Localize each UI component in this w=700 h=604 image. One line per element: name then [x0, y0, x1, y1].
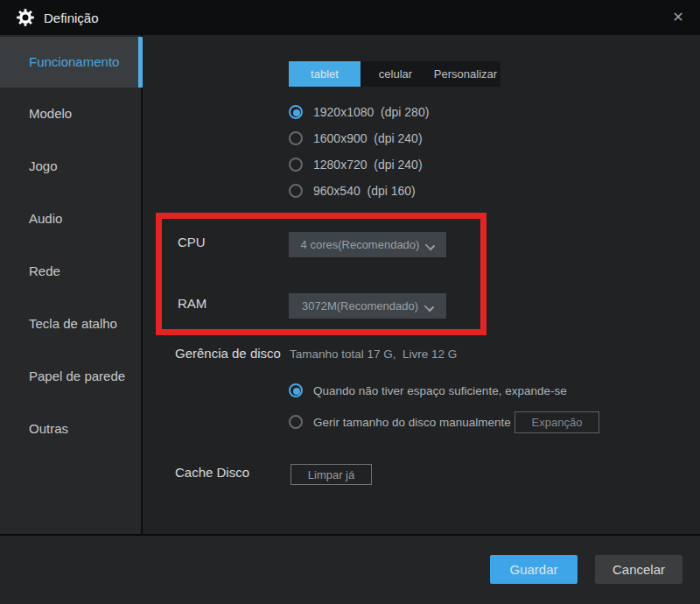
disk-management-label: Gerência de disco: [175, 346, 281, 361]
radio-selected-icon: [289, 383, 303, 397]
ram-label: RAM: [178, 296, 206, 311]
cpu-label: CPU: [178, 235, 206, 249]
cpu-dropdown[interactable]: 4 cores(Recomendado): [289, 232, 446, 257]
sidebar-item-label: Modelo: [29, 106, 72, 121]
resolution-option-1920x1080[interactable]: 1920x1080 (dpi 280): [289, 99, 429, 125]
sidebar-item-label: Audio: [29, 211, 62, 226]
resolution-option-1280x720[interactable]: 1280x720 (dpi 240): [289, 151, 423, 178]
sidebar-item-label: Outras: [29, 421, 68, 436]
gear-icon: [16, 8, 35, 27]
sidebar-item-funcionamento[interactable]: Funcionamento: [0, 37, 141, 88]
settings-window: Definição ✕ Funcionamento Modelo Jogo Au…: [0, 0, 700, 604]
resolution-label: 1920x1080 (dpi 280): [313, 105, 429, 119]
clear-cache-button[interactable]: Limpar já: [290, 464, 372, 485]
ram-dropdown[interactable]: 3072M(Recomendado): [289, 293, 446, 319]
cancel-button[interactable]: Cancelar: [595, 555, 682, 584]
footer-bar: Guardar Cancelar: [0, 534, 700, 604]
device-tab-bar: tablet celular Personalizar: [289, 61, 500, 87]
resolution-option-960x540[interactable]: 960x540 (dpi 160): [289, 178, 416, 204]
main-panel: tablet celular Personalizar 1920x1080 (d…: [143, 35, 700, 534]
sidebar-item-jogo[interactable]: Jogo: [0, 140, 141, 193]
radio-selected-icon: [289, 105, 303, 119]
close-icon[interactable]: ✕: [667, 7, 690, 28]
resolution-label: 1280x720 (dpi 240): [313, 158, 423, 172]
sidebar-item-outras[interactable]: Outras: [0, 403, 141, 455]
sidebar-item-label: Rede: [29, 263, 60, 278]
disk-option-auto-expand[interactable]: Quando não tiver espaço suficiente, expa…: [289, 377, 567, 404]
disk-cache-label: Cache Disco: [175, 465, 249, 480]
tab-celular[interactable]: celular: [360, 61, 430, 87]
tab-personalizar[interactable]: Personalizar: [430, 61, 500, 87]
chevron-down-icon: [426, 241, 434, 249]
chevron-down-icon: [425, 302, 433, 310]
sidebar-item-modelo[interactable]: Modelo: [0, 88, 141, 140]
resolution-option-1600x900[interactable]: 1600x900 (dpi 240): [289, 125, 423, 151]
disk-option-manual[interactable]: Gerir tamanho do disco manualmente: [289, 409, 511, 435]
cpu-dropdown-value: 4 cores(Recomendado): [301, 238, 420, 251]
sidebar-item-rede[interactable]: Rede: [0, 245, 141, 298]
sidebar-item-audio[interactable]: Audio: [0, 193, 141, 245]
resolution-label: 960x540 (dpi 160): [313, 184, 416, 198]
ram-dropdown-value: 3072M(Recomendado): [302, 299, 418, 313]
radio-icon: [289, 131, 303, 145]
disk-option-label: Quando não tiver espaço suficiente, expa…: [313, 384, 567, 397]
radio-icon: [289, 415, 303, 429]
expand-button[interactable]: Expanção: [514, 411, 599, 433]
sidebar-item-label: Tecla de atalho: [29, 316, 117, 331]
radio-icon: [289, 158, 303, 172]
sidebar-item-tecla-de-atalho[interactable]: Tecla de atalho: [0, 298, 141, 350]
sidebar-item-label: Jogo: [29, 158, 58, 173]
title-bar: Definição ✕: [0, 0, 700, 35]
radio-icon: [289, 184, 303, 198]
resolution-label: 1600x900 (dpi 240): [313, 131, 423, 145]
disk-size-info: Tamanho total 17 G, Livre 12 G: [290, 348, 457, 361]
disk-option-label: Gerir tamanho do disco manualmente: [313, 416, 511, 429]
sidebar: Funcionamento Modelo Jogo Audio Rede Tec…: [0, 35, 143, 534]
tab-tablet[interactable]: tablet: [289, 61, 360, 87]
sidebar-item-label: Funcionamento: [29, 54, 119, 69]
save-button[interactable]: Guardar: [490, 555, 578, 584]
window-title: Definição: [44, 11, 99, 25]
sidebar-item-label: Papel de parede: [29, 369, 125, 383]
sidebar-item-papel-de-parede[interactable]: Papel de parede: [0, 350, 141, 403]
